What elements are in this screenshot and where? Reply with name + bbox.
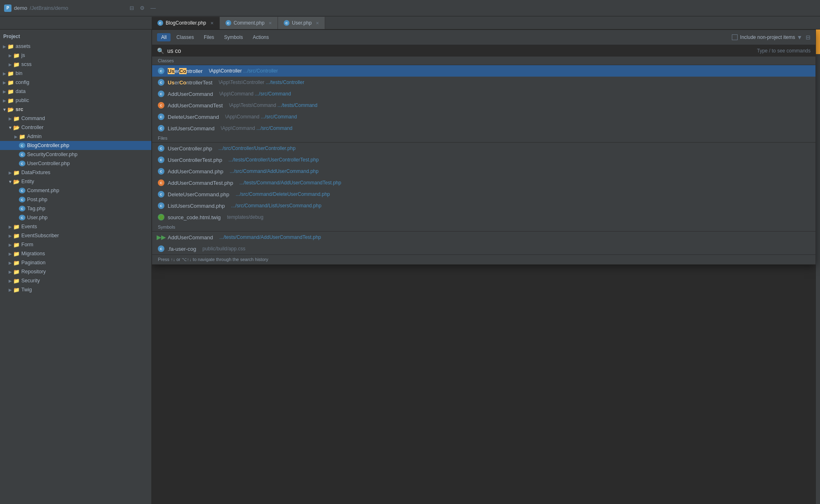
- result-item-file-usercontrollertest[interactable]: C UserControllerTest.php .../tests/Contr…: [152, 154, 815, 166]
- sidebar-item-scss[interactable]: ▶ 📁 scss: [0, 60, 151, 69]
- sidebar-item-assets[interactable]: ▶ 📁 assets: [0, 42, 151, 51]
- sidebar-item-command[interactable]: ▶ 📁 Command: [0, 114, 151, 123]
- sidebar-item-config[interactable]: ▶ 📁 config: [0, 78, 151, 87]
- result-item-file-addusercommand[interactable]: C AddUserCommand.php .../src/Command/Add…: [152, 166, 815, 177]
- result-file-icon: C: [158, 125, 164, 132]
- tab-label-user: User.php: [292, 20, 312, 26]
- arrow-spacer: [13, 188, 19, 193]
- folder-icon: 📁: [7, 43, 14, 50]
- tab-close-comment[interactable]: ✕: [269, 21, 272, 25]
- arrow-icon: ▶: [2, 71, 7, 76]
- result-item-usercontrollertest[interactable]: C UserControllerTest \App\Tests\Controll…: [152, 77, 815, 88]
- filter-tab-files[interactable]: Files: [200, 33, 218, 41]
- arrow-icon: ▶: [7, 270, 13, 274]
- result-item-deleteusercommand[interactable]: C DeleteUserCommand \App\Command .../src…: [152, 111, 815, 123]
- sidebar-item-tag[interactable]: C Tag.php: [0, 204, 151, 213]
- folder-icon: 📁: [7, 89, 14, 95]
- result-item-file-sourcecode[interactable]: 🌿 source_code.html.twig templates/debug: [152, 211, 815, 223]
- result-item-addusercommandtest[interactable]: C AddUserCommandTest \App\Tests\Command …: [152, 100, 815, 111]
- search-hint: Type / to see commands: [757, 48, 811, 54]
- result-name: AddUserCommand: [168, 91, 213, 97]
- arrow-icon: ▼: [7, 125, 13, 130]
- layout-icon[interactable]: ⊟: [130, 5, 134, 11]
- sidebar-item-public[interactable]: ▶ 📁 public: [0, 96, 151, 105]
- search-footer: Press ↑↓ or ⌥↑↓ to navigate through the …: [152, 254, 815, 264]
- tree-label: Controller: [21, 125, 43, 130]
- file-icon-post: C: [19, 197, 25, 202]
- minimize-icon[interactable]: —: [150, 5, 156, 11]
- tree-label: Migrations: [21, 251, 45, 257]
- tab-user[interactable]: C User.php ✕: [278, 17, 325, 29]
- sidebar-item-controller[interactable]: ▼ 📂 Controller: [0, 123, 151, 132]
- filter-tab-symbols[interactable]: Symbols: [220, 33, 247, 41]
- results-container[interactable]: Classes C UserController \App\Controller…: [152, 57, 815, 264]
- result-path: \App\Command .../src/Command: [218, 91, 291, 97]
- sidebar-item-twig[interactable]: ▶ 📁 Twig: [0, 285, 151, 294]
- filter-icon[interactable]: ▼: [797, 34, 802, 41]
- layout-toggle-icon[interactable]: ⊟: [806, 34, 811, 41]
- include-non-project-checkbox-area[interactable]: Include non-project items: [732, 34, 795, 40]
- result-item-symbol-fausercog[interactable]: C .fa-user-cog public/build/app.css: [152, 243, 815, 254]
- folder-icon: 📁: [13, 61, 20, 68]
- arrow-spacer: [13, 216, 19, 220]
- result-item-usercontroller[interactable]: C UserController \App\Controller .../src…: [152, 65, 815, 77]
- sidebar-title: Project: [3, 34, 20, 39]
- result-item-addusercommand[interactable]: C AddUserCommand \App\Command .../src/Co…: [152, 88, 815, 100]
- filter-tab-all[interactable]: All: [157, 33, 171, 41]
- sidebar-item-migrations[interactable]: ▶ 📁 Migrations: [0, 249, 151, 258]
- result-item-file-addusercommandtest[interactable]: C AddUserCommandTest.php .../tests/Comma…: [152, 177, 815, 188]
- file-icon-usercontroller: C: [19, 161, 25, 166]
- title-bar: P demo /JetBrains/demo ⊟ ⚙ —: [0, 0, 820, 16]
- settings-icon[interactable]: ⚙: [140, 5, 145, 11]
- sidebar-item-data[interactable]: ▶ 📁 data: [0, 87, 151, 96]
- include-non-project-checkbox[interactable]: [732, 34, 738, 40]
- right-scrollbar[interactable]: [816, 30, 820, 504]
- arrow-icon: ▶: [7, 234, 13, 238]
- tree-label: assets: [16, 43, 30, 49]
- sidebar-item-src[interactable]: ▼ 📂 src: [0, 105, 151, 114]
- tree-label: UserController.php: [27, 161, 70, 166]
- arrow-spacer: [13, 198, 19, 202]
- tab-comment[interactable]: C Comment.php ✕: [220, 17, 278, 29]
- filter-tab-classes[interactable]: Classes: [172, 33, 198, 41]
- sidebar-item-entity[interactable]: ▼ 📂 Entity: [0, 177, 151, 186]
- tree-label: Events: [21, 224, 37, 229]
- filter-tab-actions[interactable]: Actions: [248, 33, 273, 41]
- sidebar-item-js[interactable]: ▶ 📁 js: [0, 51, 151, 60]
- result-item-file-deleteusercommand[interactable]: C DeleteUserCommand.php .../src/Command/…: [152, 188, 815, 200]
- sidebar-item-admin[interactable]: ▶ 📁 Admin: [0, 132, 151, 141]
- sidebar-item-events[interactable]: ▶ 📁 Events: [0, 222, 151, 231]
- sidebar-item-user[interactable]: C User.php: [0, 213, 151, 222]
- sidebar-item-eventsubscriber[interactable]: ▶ 📁 EventSubscriber: [0, 231, 151, 240]
- sidebar-item-securitycontroller[interactable]: C SecurityController.php: [0, 150, 151, 159]
- folder-icon: 📁: [13, 260, 20, 266]
- sidebar-item-post[interactable]: C Post.php: [0, 195, 151, 204]
- result-path: .../src/Command/AddUserCommand.php: [228, 168, 319, 174]
- tree-label: Twig: [21, 287, 32, 293]
- project-name: demo: [14, 5, 27, 11]
- sidebar-item-security[interactable]: ▶ 📁 Security: [0, 276, 151, 285]
- sidebar-item-pagination[interactable]: ▶ 📁 Pagination: [0, 258, 151, 267]
- tab-close-user[interactable]: ✕: [316, 21, 319, 25]
- result-name: AddUserCommandTest.php: [168, 180, 233, 186]
- sidebar-item-blogcontroller[interactable]: C BlogController.php: [0, 141, 151, 150]
- folder-icon: 📁: [13, 251, 20, 257]
- tree-label: bin: [16, 70, 23, 76]
- result-path: public/build/app.css: [201, 246, 245, 252]
- sidebar-item-datafixtures[interactable]: ▶ 📁 DataFixtures: [0, 168, 151, 177]
- sidebar-item-bin[interactable]: ▶ 📁 bin: [0, 69, 151, 78]
- arrow-spacer: [13, 207, 19, 211]
- sidebar-item-usercontroller[interactable]: C UserController.php: [0, 159, 151, 168]
- sidebar-item-form[interactable]: ▶ 📁 Form: [0, 240, 151, 249]
- arrow-icon: ▶: [2, 98, 7, 103]
- result-item-file-usercontroller[interactable]: C UserController.php .../src/Controller/…: [152, 143, 815, 154]
- tab-close-blog[interactable]: ✕: [210, 21, 214, 25]
- sidebar-item-repository[interactable]: ▶ 📁 Repository: [0, 267, 151, 276]
- result-item-listuserscommand[interactable]: C ListUsersCommand \App\Command .../src/…: [152, 123, 815, 134]
- search-input[interactable]: [167, 48, 754, 54]
- result-item-file-listuserscommand[interactable]: C ListUsersCommand.php .../src/Command/L…: [152, 200, 815, 211]
- tab-blogcontroller[interactable]: C BlogController.php ✕: [152, 17, 220, 29]
- result-item-symbol-addusercommand[interactable]: ▶▶ AddUserCommand .../tests/Command/AddU…: [152, 232, 815, 243]
- arrow-icon: ▶: [2, 44, 7, 49]
- sidebar-item-comment[interactable]: C Comment.php: [0, 186, 151, 195]
